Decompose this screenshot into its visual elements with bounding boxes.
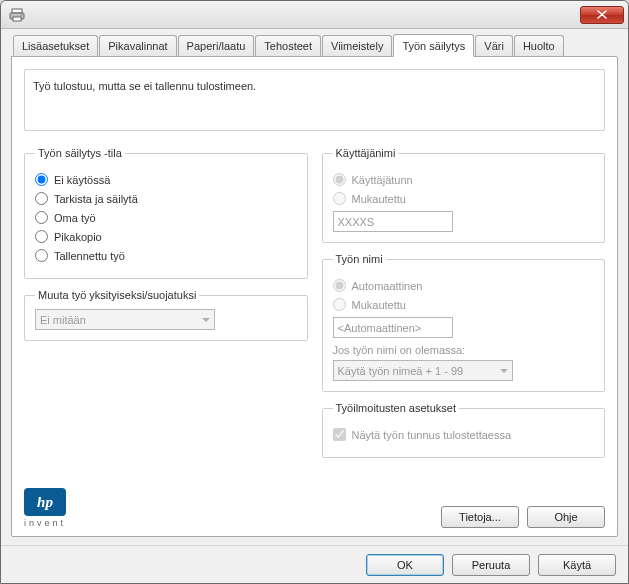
ok-button[interactable]: OK xyxy=(366,554,444,576)
chevron-down-icon xyxy=(202,318,210,322)
radio-proof-input[interactable] xyxy=(35,192,48,205)
privacy-select: Ei mitään xyxy=(35,309,215,330)
jobname-group: Työn nimi Automaattinen Mukautettu Jos t… xyxy=(322,253,606,392)
jobname-legend: Työn nimi xyxy=(333,253,386,265)
notify-group: Työilmoitusten asetukset Näytä työn tunn… xyxy=(322,402,606,458)
tab-job-storage[interactable]: Työn säilytys xyxy=(393,34,474,57)
radio-jobname-auto-input xyxy=(333,279,346,292)
cancel-button[interactable]: Peruuta xyxy=(452,554,530,576)
tab-advanced[interactable]: Lisäasetukset xyxy=(13,35,98,57)
check-show-id-label: Näytä työn tunnus tulostettaessa xyxy=(352,429,512,441)
hp-logo: hp invent xyxy=(24,488,66,528)
jobname-input xyxy=(333,317,453,338)
jobname-exists-label: Jos työn nimi on olemassa: xyxy=(333,344,595,356)
hp-invent: invent xyxy=(24,518,66,528)
radio-username-default-label: Käyttäjätunn xyxy=(352,174,413,186)
svg-point-3 xyxy=(21,14,23,16)
tab-effects[interactable]: Tehosteet xyxy=(255,35,321,57)
radio-username-custom: Mukautettu xyxy=(333,192,595,205)
close-button[interactable] xyxy=(580,6,624,24)
about-button[interactable]: Tietoja... xyxy=(441,506,519,528)
dialog-window: Lisäasetukset Pikavalinnat Paperi/laatu … xyxy=(0,0,629,584)
tab-strip: Lisäasetukset Pikavalinnat Paperi/laatu … xyxy=(11,35,618,57)
jobname-exists-value: Käytä työn nimeä + 1 - 99 xyxy=(338,365,464,377)
notify-legend: Työilmoitusten asetukset xyxy=(333,402,459,414)
radio-username-default: Käyttäjätunn xyxy=(333,173,595,186)
radio-username-custom-label: Mukautettu xyxy=(352,193,406,205)
radio-jobname-custom: Mukautettu xyxy=(333,298,595,311)
radio-quick-input[interactable] xyxy=(35,230,48,243)
jobname-exists-select: Käytä työn nimeä + 1 - 99 xyxy=(333,360,513,381)
storage-mode-group: Työn säilytys -tila Ei käytössä Tarkista… xyxy=(24,147,308,279)
help-button[interactable]: Ohje xyxy=(527,506,605,528)
radio-personal-input[interactable] xyxy=(35,211,48,224)
description-box: Työ tulostuu, mutta se ei tallennu tulos… xyxy=(24,69,605,131)
printer-icon xyxy=(9,7,25,23)
tab-color[interactable]: Väri xyxy=(475,35,513,57)
check-show-id: Näytä työn tunnus tulostettaessa xyxy=(333,428,595,441)
content-area: Lisäasetukset Pikavalinnat Paperi/laatu … xyxy=(1,29,628,545)
radio-personal-label: Oma työ xyxy=(54,212,96,224)
radio-off[interactable]: Ei käytössä xyxy=(35,173,297,186)
panel-buttons: Tietoja... Ohje xyxy=(441,506,605,528)
radio-jobname-custom-label: Mukautettu xyxy=(352,299,406,311)
radio-off-label: Ei käytössä xyxy=(54,174,110,186)
radio-jobname-custom-input xyxy=(333,298,346,311)
check-show-id-input xyxy=(333,428,346,441)
radio-personal[interactable]: Oma työ xyxy=(35,211,297,224)
tab-panel: Työ tulostuu, mutta se ei tallennu tulos… xyxy=(11,56,618,537)
radio-jobname-auto: Automaattinen xyxy=(333,279,595,292)
columns: Työn säilytys -tila Ei käytössä Tarkista… xyxy=(24,147,605,484)
radio-stored[interactable]: Tallennettu työ xyxy=(35,249,297,262)
right-column: Käyttäjänimi Käyttäjätunn Mukautettu Työ… xyxy=(322,147,606,484)
privacy-legend: Muuta työ yksityiseksi/suojatuksi xyxy=(35,289,199,301)
privacy-value: Ei mitään xyxy=(40,314,86,326)
left-column: Työn säilytys -tila Ei käytössä Tarkista… xyxy=(24,147,308,484)
radio-proof[interactable]: Tarkista ja säilytä xyxy=(35,192,297,205)
titlebar xyxy=(1,1,628,29)
tab-service[interactable]: Huolto xyxy=(514,35,564,57)
username-legend: Käyttäjänimi xyxy=(333,147,399,159)
radio-username-custom-input xyxy=(333,192,346,205)
tab-paper-quality[interactable]: Paperi/laatu xyxy=(178,35,255,57)
radio-quick[interactable]: Pikakopio xyxy=(35,230,297,243)
radio-stored-label: Tallennettu työ xyxy=(54,250,125,262)
tab-finishing[interactable]: Viimeistely xyxy=(322,35,392,57)
svg-rect-2 xyxy=(13,17,21,21)
panel-footer: hp invent Tietoja... Ohje xyxy=(24,488,605,528)
username-input xyxy=(333,211,453,232)
tab-shortcuts[interactable]: Pikavalinnat xyxy=(99,35,176,57)
hp-badge: hp xyxy=(24,488,66,516)
privacy-group: Muuta työ yksityiseksi/suojatuksi Ei mit… xyxy=(24,289,308,341)
apply-button[interactable]: Käytä xyxy=(538,554,616,576)
radio-off-input[interactable] xyxy=(35,173,48,186)
radio-username-default-input xyxy=(333,173,346,186)
description-text: Työ tulostuu, mutta se ei tallennu tulos… xyxy=(33,80,256,92)
radio-jobname-auto-label: Automaattinen xyxy=(352,280,423,292)
radio-proof-label: Tarkista ja säilytä xyxy=(54,193,138,205)
dialog-footer: OK Peruuta Käytä xyxy=(1,545,628,583)
storage-mode-legend: Työn säilytys -tila xyxy=(35,147,125,159)
chevron-down-icon xyxy=(500,369,508,373)
svg-rect-0 xyxy=(12,9,22,13)
radio-quick-label: Pikakopio xyxy=(54,231,102,243)
radio-stored-input[interactable] xyxy=(35,249,48,262)
username-group: Käyttäjänimi Käyttäjätunn Mukautettu xyxy=(322,147,606,243)
